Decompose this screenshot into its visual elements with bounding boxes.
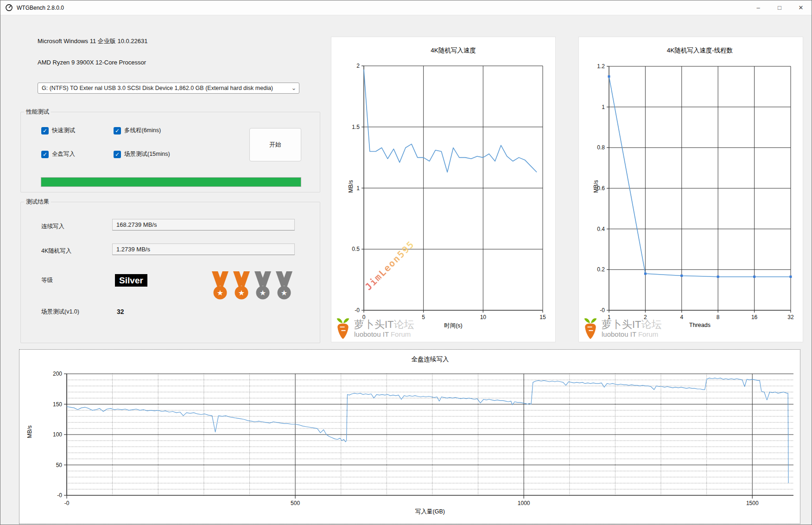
- chart-plot: -050100150200-050010001500: [19, 350, 800, 524]
- checkbox-label: 场景测试(15mins): [124, 150, 170, 158]
- rand-write-value: 1.2739 MB/s: [116, 246, 150, 253]
- rand-write-label: 4K随机写入: [41, 247, 71, 255]
- svg-text:-0: -0: [64, 500, 70, 506]
- svg-text:200: 200: [53, 371, 62, 377]
- checkbox-multithread[interactable]: ✓ 多线程(6mins): [114, 127, 161, 134]
- chart-plot: -00.20.40.60.811.212481632: [579, 37, 803, 342]
- svg-text:150: 150: [53, 401, 62, 408]
- close-icon: ✕: [799, 4, 804, 11]
- grade-badge: Silver: [115, 274, 147, 287]
- test-results-groupbox: 测试结果 连续写入 168.2739 MB/s 4K随机写入 1.2739 MB…: [20, 202, 320, 343]
- checkbox-label: 全盘写入: [52, 150, 75, 158]
- checkbox-quick-test[interactable]: ✓ 快速测试: [41, 127, 75, 134]
- window-controls: – □ ✕: [748, 0, 812, 15]
- svg-text:-0: -0: [57, 492, 62, 499]
- forum-watermark-cn-light: 论坛: [641, 319, 662, 330]
- svg-text:★: ★: [217, 289, 223, 297]
- svg-text:0.2: 0.2: [597, 266, 605, 273]
- chart-plot: -00.511.52051015: [331, 37, 555, 342]
- svg-text:1000: 1000: [518, 500, 530, 506]
- svg-text:0.8: 0.8: [597, 144, 605, 151]
- checkbox-checked-icon: ✓: [41, 127, 49, 134]
- rand-write-value-box[interactable]: 1.2739 MB/s: [112, 243, 295, 255]
- svg-text:★: ★: [281, 289, 287, 297]
- svg-text:1500: 1500: [746, 500, 759, 506]
- full-disk-write-chart-panel: 全盘连续写入 MB/s -050100150200-050010001500 写…: [19, 349, 800, 524]
- svg-text:1.2: 1.2: [597, 63, 605, 70]
- carrot-icon: [583, 317, 598, 339]
- minimize-button[interactable]: –: [748, 0, 769, 15]
- medal-empty-icon: ★: [273, 271, 295, 300]
- chart-4k-write-threads-panel: 4K随机写入速度-线程数 MB/s -00.20.40.60.811.21248…: [578, 37, 803, 342]
- checkbox-checked-icon: ✓: [41, 151, 49, 158]
- maximize-button[interactable]: □: [769, 0, 790, 15]
- svg-text:100: 100: [53, 431, 62, 438]
- chart-4k-random-write-panel: 4K随机写入速度 MB/s -00.511.52051015 时间(s) Jim…: [331, 37, 556, 342]
- close-button[interactable]: ✕: [790, 0, 812, 15]
- forum-watermark-en-light: Forum: [391, 330, 411, 338]
- os-info: Microsoft Windows 11 企业版 10.0.22631: [38, 37, 147, 45]
- forum-watermark-en: luobotou IT: [602, 330, 636, 338]
- seq-write-value: 168.2739 MB/s: [116, 221, 157, 228]
- svg-text:1: 1: [356, 185, 360, 192]
- svg-text:★: ★: [238, 289, 245, 297]
- medal-list: ★★★★: [209, 271, 295, 300]
- forum-watermark-en-light: Forum: [638, 330, 658, 338]
- checkbox-checked-icon: ✓: [114, 151, 121, 158]
- svg-text:0.5: 0.5: [352, 246, 360, 252]
- results-group-title: 测试结果: [24, 198, 51, 206]
- svg-text:★: ★: [260, 289, 266, 297]
- start-button[interactable]: 开始: [249, 128, 301, 161]
- grade-label: 等级: [41, 276, 53, 284]
- medal-earned-icon: ★: [209, 271, 231, 300]
- svg-text:-0: -0: [600, 307, 605, 314]
- svg-text:-0: -0: [355, 307, 360, 314]
- forum-watermark-cn-light: 论坛: [394, 319, 414, 330]
- checkbox-label: 多线程(6mins): [124, 127, 161, 134]
- progress-bar-fill: [41, 178, 301, 186]
- luobotou-watermark: 萝卜头IT论坛 luobotou IT Forum: [335, 317, 414, 339]
- svg-text:4: 4: [680, 314, 683, 320]
- title-bar: WTGBench 2.8.0.0 – □ ✕: [0, 0, 812, 15]
- checkbox-full-disk-write[interactable]: ✓ 全盘写入: [41, 150, 75, 158]
- medal-earned-icon: ★: [231, 271, 252, 300]
- forum-watermark-en: luobotou IT: [354, 330, 389, 338]
- performance-test-groupbox: 性能测试 ✓ 快速测试 ✓ 多线程(6mins) ✓ 全盘写入 ✓ 场景测试(1…: [20, 112, 320, 192]
- drive-combobox-value: G: (NTFS) TO Exter nal USB 3.0 SCSI Disk…: [42, 85, 289, 91]
- svg-text:50: 50: [56, 462, 63, 468]
- svg-text:10: 10: [480, 314, 487, 320]
- drive-combobox[interactable]: G: (NTFS) TO Exter nal USB 3.0 SCSI Disk…: [38, 83, 299, 94]
- svg-text:2: 2: [356, 63, 360, 69]
- start-button-label: 开始: [269, 141, 281, 149]
- svg-text:8: 8: [717, 314, 720, 320]
- cpu-info: AMD Ryzen 9 3900X 12-Core Processor: [38, 59, 146, 66]
- minimize-icon: –: [756, 4, 760, 11]
- wtgbench-window: WTGBench 2.8.0.0 – □ ✕ Microsoft Windows…: [0, 0, 812, 525]
- window-title: WTGBench 2.8.0.0: [17, 5, 64, 11]
- performance-group-title: 性能测试: [24, 108, 51, 116]
- carrot-icon: [335, 317, 351, 339]
- svg-text:0.4: 0.4: [597, 226, 605, 232]
- scenario-label: 场景测试(v1.0): [41, 308, 79, 316]
- svg-text:15: 15: [539, 314, 546, 320]
- svg-text:5: 5: [422, 314, 425, 320]
- svg-text:16: 16: [751, 314, 758, 320]
- svg-text:500: 500: [291, 500, 300, 506]
- forum-watermark-cn: 萝卜头IT: [602, 319, 641, 330]
- seq-write-label: 连续写入: [41, 223, 64, 230]
- seq-write-value-box[interactable]: 168.2739 MB/s: [112, 219, 295, 230]
- medal-empty-icon: ★: [252, 271, 273, 300]
- svg-text:32: 32: [787, 314, 794, 320]
- maximize-icon: □: [778, 4, 781, 11]
- progress-bar: [41, 177, 301, 187]
- svg-text:1.5: 1.5: [352, 124, 360, 130]
- checkbox-scenario-test[interactable]: ✓ 场景测试(15mins): [114, 150, 170, 158]
- svg-text:1: 1: [602, 104, 605, 110]
- scenario-value: 32: [117, 308, 124, 315]
- svg-text:0.6: 0.6: [597, 185, 605, 192]
- checkbox-checked-icon: ✓: [114, 127, 121, 134]
- gauge-icon: [5, 4, 13, 12]
- forum-watermark-cn: 萝卜头IT: [354, 319, 394, 330]
- chevron-down-icon: ⌄: [289, 83, 299, 93]
- luobotou-watermark: 萝卜头IT论坛 luobotou IT Forum: [583, 317, 662, 339]
